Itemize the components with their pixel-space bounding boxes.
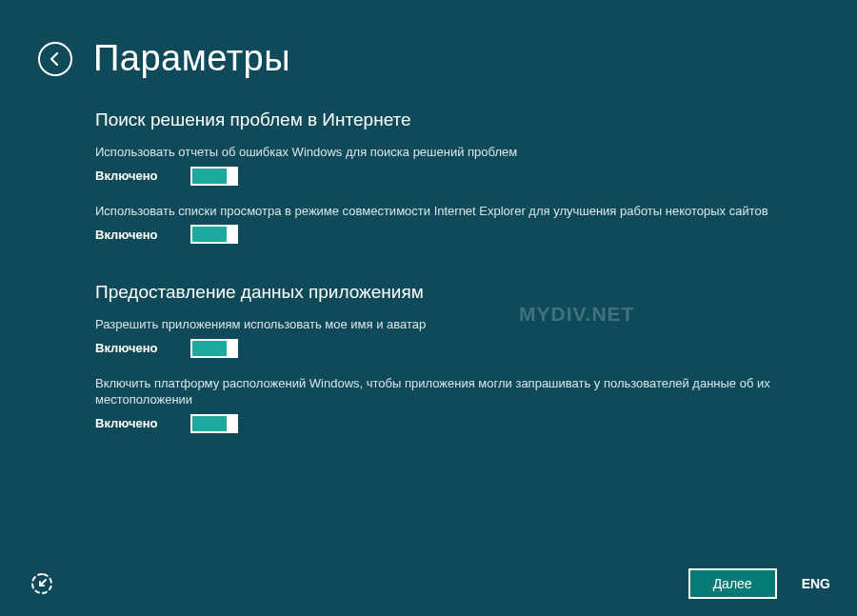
- ease-of-access-icon: [29, 570, 55, 597]
- arrow-left-icon: [47, 50, 64, 68]
- section-title: Поиск решения проблем в Интернете: [95, 109, 805, 130]
- section-app-data: Предоставление данных приложениям Разреш…: [95, 282, 805, 433]
- toggle-knob: [227, 225, 238, 244]
- section-internet-solutions: Поиск решения проблем в Интернете Исполь…: [95, 109, 805, 244]
- option-description: Включить платформу расположений Windows,…: [95, 375, 790, 408]
- option-location-platform: Включить платформу расположений Windows,…: [95, 375, 805, 433]
- toggle-knob: [227, 414, 238, 433]
- ease-of-access-button[interactable]: [29, 570, 55, 597]
- toggle-name-avatar[interactable]: [190, 339, 238, 358]
- option-compat-lists: Использовать списки просмотра в режиме с…: [95, 203, 805, 245]
- option-state-label: Включено: [95, 341, 164, 355]
- next-button[interactable]: Далее: [688, 568, 777, 599]
- toggle-location-platform[interactable]: [190, 414, 238, 433]
- back-button[interactable]: [38, 42, 72, 76]
- option-description: Разрешить приложениям использовать мое и…: [95, 316, 790, 333]
- option-state-label: Включено: [95, 416, 164, 430]
- option-error-reports: Использовать отчеты об ошибках Windows д…: [95, 144, 805, 186]
- toggle-compat-lists[interactable]: [190, 225, 238, 244]
- option-name-avatar: Разрешить приложениям использовать мое и…: [95, 316, 805, 358]
- option-state-label: Включено: [95, 169, 164, 183]
- footer: Далее ENG: [0, 561, 857, 599]
- toggle-error-reports[interactable]: [190, 167, 238, 186]
- toggle-knob: [227, 167, 238, 186]
- option-description: Использовать отчеты об ошибках Windows д…: [95, 144, 790, 161]
- language-indicator[interactable]: ENG: [802, 576, 830, 591]
- toggle-knob: [227, 339, 238, 358]
- settings-content: Поиск решения проблем в Интернете Исполь…: [95, 109, 805, 471]
- section-title: Предоставление данных приложениям: [95, 282, 805, 303]
- option-state-label: Включено: [95, 228, 164, 242]
- page-title: Параметры: [93, 38, 290, 79]
- option-description: Использовать списки просмотра в режиме с…: [95, 203, 790, 220]
